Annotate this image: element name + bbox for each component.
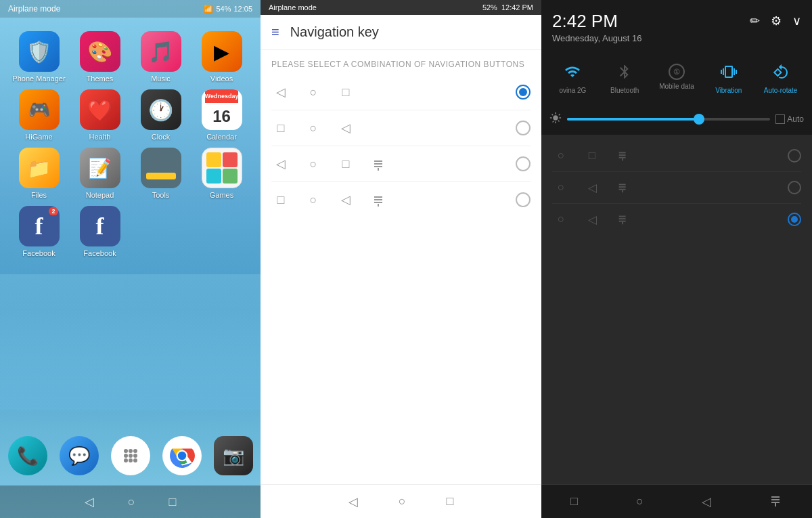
app-facebook-1[interactable]: f 2 Facebook: [12, 206, 66, 257]
middle-battery: 52%: [482, 3, 497, 12]
qs-nav-row-3[interactable]: ○ ◁: [552, 204, 801, 235]
settings-icon[interactable]: ⚙: [771, 14, 782, 28]
home-icon-3: ○: [304, 154, 323, 173]
left-status-bar: Airplane mode 📶 54% 12:05: [0, 0, 261, 18]
dock-apps[interactable]: [111, 436, 150, 475]
qs-back-2: ◁: [583, 179, 601, 196]
qs-radio-2[interactable]: [788, 181, 801, 194]
app-grid: 🛡️ Phone Manager 🎨 Themes 🎵 Music ▶ Vide…: [0, 18, 261, 271]
app-facebook-2[interactable]: f Facebook: [73, 206, 127, 257]
dialog-title: Navigation key: [290, 24, 379, 40]
qs-time: 2:42 PM: [552, 11, 642, 32]
recent-icon-3: □: [336, 154, 355, 173]
status-icons: 📶 54% 12:05: [204, 5, 252, 14]
files-icon: 📁: [19, 148, 60, 188]
home-button-middle[interactable]: ○: [399, 494, 406, 509]
back-button-middle[interactable]: ◁: [348, 494, 358, 509]
auto-checkbox[interactable]: [775, 114, 785, 124]
qs-tile-wifi[interactable]: ovina 2G: [547, 57, 599, 101]
qs-radio-1[interactable]: [788, 149, 801, 163]
app-videos[interactable]: ▶ Videos: [195, 31, 249, 83]
qs-home-1: ○: [552, 147, 570, 165]
facebook1-icon: f 2: [19, 206, 60, 246]
back-icon-2: ◁: [336, 118, 355, 137]
home-button-left[interactable]: ○: [128, 495, 135, 509]
app-higame[interactable]: 🎮 HiGame: [12, 89, 66, 141]
app-phone-manager[interactable]: 🛡️ Phone Manager: [12, 31, 66, 83]
recent-button-middle[interactable]: □: [447, 494, 454, 509]
dialog-header: ≡ Navigation key: [261, 15, 541, 50]
auto-label: Auto: [787, 114, 804, 124]
hamburger-menu[interactable]: ≡: [271, 24, 279, 40]
qs-nav-row-1[interactable]: ○ □: [552, 140, 801, 172]
back-icon-3: ◁: [271, 154, 290, 173]
app-notepad[interactable]: 📝 Notepad: [73, 148, 127, 199]
battery-label: 54%: [216, 5, 231, 13]
videos-label: Videos: [210, 74, 233, 83]
app-files[interactable]: 📁 Files: [12, 148, 66, 199]
app-games[interactable]: Games: [195, 148, 249, 199]
expand-icon[interactable]: ∨: [792, 14, 801, 28]
nav-option-row-4[interactable]: □ ○ ◁: [271, 182, 531, 217]
back-button-left[interactable]: ◁: [85, 494, 94, 509]
facebook2-label: Facebook: [83, 249, 116, 257]
brightness-track[interactable]: [567, 118, 770, 121]
files-label: Files: [31, 191, 47, 199]
recent-button-right[interactable]: □: [570, 494, 578, 509]
radio-4[interactable]: [516, 192, 531, 207]
app-tools[interactable]: Tools: [134, 148, 188, 199]
qs-time-date: 2:42 PM Wednesday, August 16: [552, 11, 642, 43]
home-icon-1: ○: [304, 83, 323, 102]
middle-airplane: Airplane mode: [269, 3, 317, 12]
back-icon-4: ◁: [336, 190, 355, 209]
svg-point-2: [133, 449, 137, 453]
menu-button-right[interactable]: [769, 494, 783, 509]
app-themes[interactable]: 🎨 Themes: [73, 31, 127, 83]
recent-button-left[interactable]: □: [169, 495, 177, 509]
left-panel: Airplane mode 📶 54% 12:05 🛡️ Phone Manag…: [0, 0, 261, 518]
app-calendar[interactable]: Wednesday 16 Calendar: [195, 89, 249, 141]
qs-radio-3[interactable]: [788, 213, 801, 226]
qs-menu-3: [614, 211, 632, 228]
middle-panel: Airplane mode 52% 12:42 PM ≡ Navigation …: [261, 0, 541, 518]
qs-tile-rotate[interactable]: Auto-rotate: [754, 57, 807, 101]
back-button-right[interactable]: ◁: [702, 494, 711, 509]
dock-chrome[interactable]: [162, 436, 202, 475]
nav-option-row-2[interactable]: □ ○ ◁: [271, 110, 531, 146]
nav-icons-1: ◁ ○ □: [271, 83, 510, 102]
vib-tile-icon: [721, 64, 737, 84]
dock-camera[interactable]: 📷: [214, 436, 253, 475]
themes-label: Themes: [87, 74, 114, 83]
phone-manager-icon: 🛡️: [19, 31, 60, 72]
app-health[interactable]: ❤️ Health: [73, 89, 127, 141]
svg-point-6: [124, 458, 128, 462]
qs-nav-row-2[interactable]: ○ ◁: [552, 172, 801, 204]
rotate-tile-icon: [773, 64, 789, 84]
svg-point-4: [129, 454, 133, 458]
nav-option-row-1[interactable]: ◁ ○ □: [271, 74, 531, 110]
menu-icon-4: [369, 190, 388, 209]
music-label: Music: [151, 74, 171, 83]
radio-3[interactable]: [516, 156, 531, 171]
middle-time: 12:42 PM: [501, 3, 533, 12]
middle-nav-bar: ◁ ○ □: [261, 484, 541, 518]
edit-icon[interactable]: ✏: [750, 14, 760, 28]
qs-home-3: ○: [552, 211, 570, 228]
dock-phone[interactable]: 📞: [8, 436, 47, 475]
home-icon-2: ○: [304, 118, 323, 137]
nav-icons-4: □ ○ ◁: [271, 190, 510, 209]
radio-2[interactable]: [516, 121, 531, 135]
home-button-right[interactable]: ○: [636, 494, 644, 509]
nav-option-row-3[interactable]: ◁ ○ □: [271, 146, 531, 182]
cal-day: 16: [212, 103, 231, 130]
app-clock[interactable]: 🕐 Clock: [134, 89, 188, 141]
qs-tile-bluetooth[interactable]: Bluetooth: [599, 57, 651, 101]
qs-tile-vibration[interactable]: Vibration: [702, 57, 754, 101]
nav-icons-3: ◁ ○ □: [271, 154, 510, 173]
app-music[interactable]: 🎵 Music: [134, 31, 188, 83]
right-panel: 2:42 PM Wednesday, August 16 ✏ ⚙ ∨ ovina…: [541, 0, 812, 518]
dock-messages[interactable]: 💬: [60, 436, 99, 475]
notepad-label: Notepad: [86, 191, 114, 199]
qs-tile-data[interactable]: ① Mobile data: [651, 57, 703, 101]
radio-1[interactable]: [516, 85, 531, 100]
